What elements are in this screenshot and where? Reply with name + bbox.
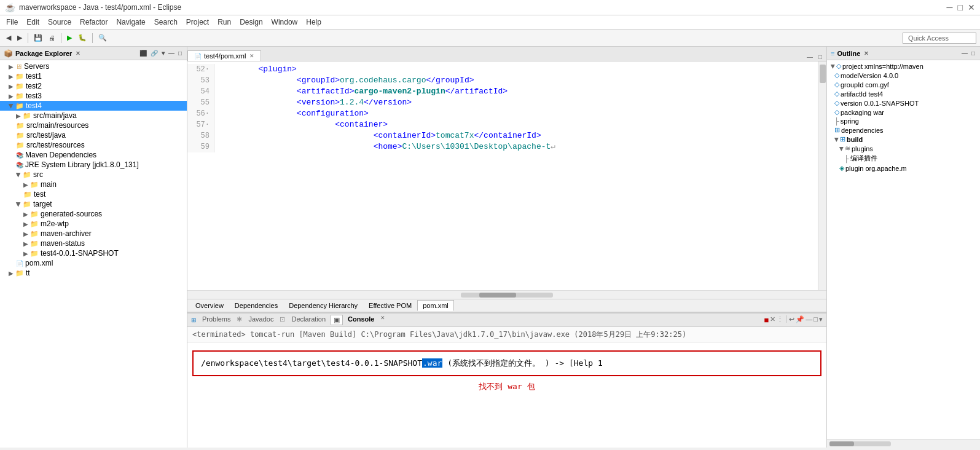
outline-item-version[interactable]: ◇ version 0.0.1-SNAPSHOT (829, 98, 978, 108)
tree-item-test1[interactable]: ▶ 📁 test1 (0, 71, 187, 81)
link-editor-btn[interactable]: 🔗 (149, 49, 159, 57)
tab-console[interactable]: Console (344, 315, 378, 325)
tree-item-src-main-java[interactable]: ▶ 📁 src/main/java (0, 111, 187, 120)
console-maximize-btn[interactable]: □ (813, 315, 818, 325)
menu-navigate[interactable]: Navigate (112, 17, 149, 28)
src-arrow[interactable]: ▶ (15, 172, 22, 177)
outline-item-compile-plugin[interactable]: ├ 编译插件 (829, 153, 978, 164)
quick-access-field[interactable]: Quick Access (903, 33, 976, 44)
maximize-btn[interactable]: □ (958, 2, 963, 12)
plugins-outline-arrow[interactable]: ▶ (839, 146, 845, 151)
menu-file[interactable]: File (2, 17, 22, 28)
outline-item-groupid[interactable]: ◇ groupId com.gyf (829, 80, 978, 89)
outline-item-spring[interactable]: ├ spring (829, 117, 978, 125)
outline-item-artifactid[interactable]: ◇ artifactId test4 (829, 89, 978, 98)
outline-item-build[interactable]: ▶ ⊞ build (829, 135, 978, 144)
editor-scrollbar-thumb[interactable] (820, 65, 826, 83)
editor-tab-pom[interactable]: 📄 test4/pom.xml ✕ (187, 50, 261, 61)
outline-minimize-btn[interactable]: — (960, 49, 969, 57)
panel-maximize-btn[interactable]: □ (177, 49, 183, 57)
tree-item-m2e[interactable]: ▶ 📁 m2e-wtp (0, 219, 187, 229)
console-clear-btn[interactable]: ✕ (770, 315, 775, 325)
tab-dependencies[interactable]: Dependencies (229, 300, 283, 311)
console-scroll-lock[interactable]: ⋮ (777, 315, 783, 325)
snapshot-arrow[interactable]: ▶ (23, 250, 28, 257)
build-outline-arrow[interactable]: ▶ (834, 137, 840, 141)
editor-minimize-btn[interactable]: — (805, 53, 815, 61)
toolbar-search[interactable]: 🔍 (96, 33, 109, 43)
main-arrow[interactable]: ▶ (23, 181, 28, 188)
menu-design[interactable]: Design (236, 17, 266, 28)
tab-effective-pom[interactable]: Effective POM (363, 300, 417, 311)
editor-scrollbar[interactable] (818, 61, 826, 290)
console-menu-btn[interactable]: ▾ (819, 315, 823, 325)
tree-item-maven-status[interactable]: ▶ 📁 maven-status (0, 239, 187, 248)
test1-arrow[interactable]: ▶ (9, 73, 14, 80)
tree-item-test4[interactable]: ▶ 📁 test4 (0, 101, 187, 111)
servers-arrow[interactable]: ▶ (9, 63, 14, 70)
panel-menu-btn[interactable]: ▾ (160, 49, 166, 57)
outline-item-modelversion[interactable]: ◇ modelVersion 4.0.0 (829, 71, 978, 80)
toolbar-save[interactable]: 💾 (31, 33, 45, 43)
menu-help[interactable]: Help (302, 17, 325, 28)
console-wrap-btn[interactable]: ↩ (789, 315, 794, 325)
outline-item-plugin-apache[interactable]: ◈ plugin org.apache.m (829, 164, 978, 173)
toolbar-debug[interactable]: 🐛 (76, 33, 89, 43)
maven-status-arrow[interactable]: ▶ (23, 240, 28, 247)
m2e-arrow[interactable]: ▶ (23, 221, 28, 227)
menu-source[interactable]: Source (44, 17, 75, 28)
tree-item-gen-src[interactable]: ▶ 📁 generated-sources (0, 209, 187, 219)
menu-search[interactable]: Search (151, 17, 181, 28)
tree-item-pom-xml[interactable]: 📄 pom.xml (0, 258, 187, 268)
outline-item-packaging[interactable]: ◇ packaging war (829, 108, 978, 117)
outline-hscroll[interactable] (827, 439, 980, 448)
test4-arrow[interactable]: ▶ (8, 103, 15, 108)
tree-item-maven-deps[interactable]: 📚 Maven Dependencies (0, 150, 187, 160)
menu-run[interactable]: Run (214, 17, 235, 28)
tree-item-servers[interactable]: ▶ 🖥 Servers (0, 61, 187, 71)
editor-maximize-btn[interactable]: □ (817, 53, 824, 61)
editor-hscroll[interactable] (187, 290, 826, 299)
tree-item-test2[interactable]: ▶ 📁 test2 (0, 81, 187, 91)
tab-dep-hierarchy[interactable]: Dependency Hierarchy (283, 300, 363, 311)
tree-item-src-main-res[interactable]: 📁 src/main/resources (0, 120, 187, 130)
console-pin-btn[interactable]: 📌 (796, 315, 804, 325)
editor-content[interactable]: 52· <plugin> 53 <groupId>org.codehaus.ca… (187, 61, 818, 155)
tree-item-target[interactable]: ▶ 📁 target (0, 199, 187, 209)
tree-item-src[interactable]: ▶ 📁 src (0, 170, 187, 180)
tt-arrow[interactable]: ▶ (9, 270, 14, 277)
tree-item-test3[interactable]: ▶ 📁 test3 (0, 91, 187, 101)
maven-archiver-arrow[interactable]: ▶ (23, 231, 28, 237)
tab-pom-xml[interactable]: pom.xml (417, 300, 454, 311)
tree-item-maven-archiver[interactable]: ▶ 📁 maven-archiver (0, 229, 187, 239)
minimize-btn[interactable]: ─ (947, 2, 953, 12)
toolbar-forward[interactable]: ▶ (15, 33, 25, 43)
outline-item-project[interactable]: ▶ ◇ project xmlns=http://maven (829, 61, 978, 71)
target-arrow[interactable]: ▶ (15, 202, 22, 207)
test3-arrow[interactable]: ▶ (9, 93, 14, 100)
menu-edit[interactable]: Edit (23, 17, 43, 28)
tree-item-src-test-res[interactable]: 📁 src/test/resources (0, 140, 187, 150)
outline-maximize-btn[interactable]: □ (970, 49, 976, 57)
menu-window[interactable]: Window (268, 17, 302, 28)
toolbar-run[interactable]: ▶ (65, 33, 74, 43)
tree-item-jre[interactable]: 📚 JRE System Library [jdk1.8.0_131] (0, 160, 187, 170)
menu-refactor[interactable]: Refactor (76, 17, 111, 28)
tree-item-src-test-java[interactable]: 📁 src/test/java (0, 130, 187, 140)
tab-declaration[interactable]: Declaration (288, 315, 329, 325)
editor-main[interactable]: 52· <plugin> 53 <groupId>org.codehaus.ca… (187, 61, 818, 290)
tree-item-main[interactable]: ▶ 📁 main (0, 180, 187, 189)
toolbar-back[interactable]: ◀ (4, 33, 14, 43)
test2-arrow[interactable]: ▶ (9, 83, 14, 90)
close-btn[interactable]: ✕ (968, 2, 975, 12)
toolbar-print[interactable]: 🖨 (46, 33, 58, 43)
menu-project[interactable]: Project (182, 17, 213, 28)
outline-item-dependencies[interactable]: ⊞ dependencies (829, 125, 978, 135)
tab-overview[interactable]: Overview (190, 300, 229, 311)
tab-javadoc[interactable]: Javadoc (245, 315, 277, 325)
gen-src-arrow[interactable]: ▶ (23, 211, 28, 218)
tree-item-snapshot[interactable]: ▶ 📁 test4-0.0.1-SNAPSHOT (0, 248, 187, 258)
panel-minimize-btn[interactable]: — (167, 49, 176, 57)
tree-item-test-folder[interactable]: 📁 test (0, 189, 187, 199)
outline-item-plugins[interactable]: ▶ ≋ plugins (829, 144, 978, 153)
